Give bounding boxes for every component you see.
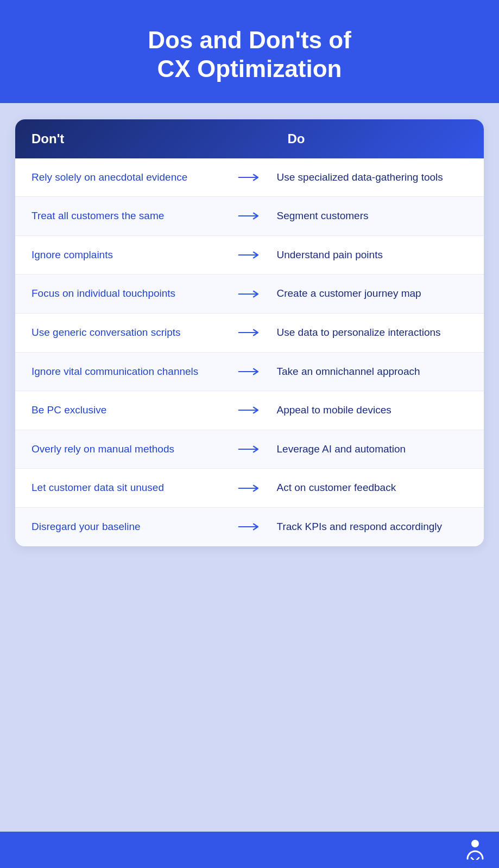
dos-donts-table: Don't Do Rely solely on anecdotal eviden…	[15, 119, 484, 546]
table-row: Ignore vital communication channels Take…	[15, 353, 484, 392]
header-do-label: Do	[255, 131, 468, 146]
table-row: Rely solely on anecdotal evidence Use sp…	[15, 158, 484, 197]
dont-cell: Use generic conversation scripts	[31, 326, 228, 340]
title-section: Dos and Don'ts of CX Optimization	[0, 0, 499, 103]
table-row: Focus on individual touchpoints Create a…	[15, 275, 484, 314]
table-row: Disregard your baseline Track KPIs and r…	[15, 508, 484, 546]
do-cell: Track KPIs and respond accordingly	[271, 520, 468, 534]
dont-cell: Be PC exclusive	[31, 403, 228, 418]
arrow-col	[228, 210, 271, 221]
do-cell: Segment customers	[271, 209, 468, 224]
svg-point-10	[471, 840, 479, 847]
do-cell: Create a customer journey map	[271, 286, 468, 301]
arrow-icon	[238, 210, 262, 221]
page-title: Dos and Don'ts of CX Optimization	[33, 26, 466, 84]
table-header: Don't Do	[15, 119, 484, 158]
arrow-col	[228, 172, 271, 183]
do-cell: Use data to personalize interactions	[271, 326, 468, 340]
arrow-icon	[238, 172, 262, 183]
arrow-icon	[238, 521, 262, 532]
dont-cell: Disregard your baseline	[31, 520, 228, 534]
arrow-col	[228, 483, 271, 494]
arrow-col	[228, 250, 271, 260]
arrow-icon	[238, 327, 262, 338]
footer	[0, 832, 499, 868]
table-row: Use generic conversation scripts Use dat…	[15, 314, 484, 353]
do-cell: Leverage AI and automation	[271, 442, 468, 457]
dont-cell: Rely solely on anecdotal evidence	[31, 170, 228, 185]
arrow-icon	[238, 366, 262, 377]
table-row: Treat all customers the same Segment cus…	[15, 197, 484, 236]
content-area: Don't Do Rely solely on anecdotal eviden…	[0, 103, 499, 832]
dont-cell: Overly rely on manual methods	[31, 442, 228, 457]
dont-cell: Focus on individual touchpoints	[31, 286, 228, 301]
arrow-col	[228, 444, 271, 455]
table-body: Rely solely on anecdotal evidence Use sp…	[15, 158, 484, 546]
arrow-icon	[238, 289, 262, 299]
table-row: Be PC exclusive Appeal to mobile devices	[15, 391, 484, 430]
do-cell: Understand pain points	[271, 248, 468, 263]
svg-line-11	[471, 858, 473, 860]
header-dont-label: Don't	[31, 131, 212, 146]
dont-cell: Treat all customers the same	[31, 209, 228, 224]
arrow-col	[228, 289, 271, 299]
brand-logo-icon	[466, 838, 484, 864]
table-row: Overly rely on manual methods Leverage A…	[15, 430, 484, 469]
arrow-col	[228, 521, 271, 532]
arrow-icon	[238, 483, 262, 494]
do-cell: Use specialized data-gathering tools	[271, 170, 468, 185]
arrow-icon	[238, 405, 262, 416]
table-row: Ignore complaints Understand pain points	[15, 236, 484, 275]
arrow-col	[228, 327, 271, 338]
arrow-col	[228, 366, 271, 377]
table-row: Let customer data sit unused Act on cust…	[15, 469, 484, 508]
do-cell: Take an omnichannel approach	[271, 365, 468, 379]
brand-logo-svg	[466, 838, 484, 860]
do-cell: Appeal to mobile devices	[271, 403, 468, 418]
dont-cell: Ignore vital communication channels	[31, 365, 228, 379]
arrow-col	[228, 405, 271, 416]
arrow-icon	[238, 250, 262, 260]
svg-line-12	[477, 858, 479, 860]
dont-cell: Ignore complaints	[31, 248, 228, 263]
do-cell: Act on customer feedback	[271, 481, 468, 495]
dont-cell: Let customer data sit unused	[31, 481, 228, 495]
arrow-icon	[238, 444, 262, 455]
